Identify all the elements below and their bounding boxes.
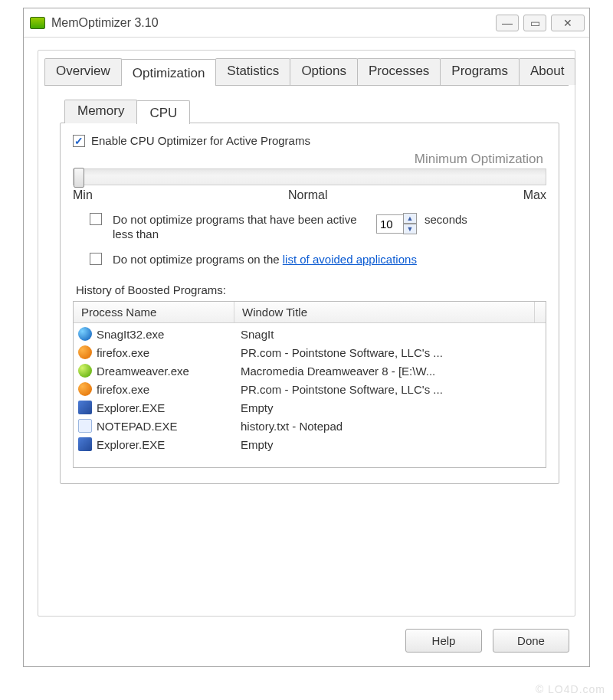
enable-cpu-checkbox[interactable] bbox=[73, 135, 85, 147]
tab-statistics[interactable]: Statistics bbox=[215, 58, 290, 85]
done-button[interactable]: Done bbox=[493, 629, 569, 653]
optimization-level-text: Minimum Optimization bbox=[73, 152, 543, 167]
cpu-panel: Enable CPU Optimizer for Active Programs… bbox=[60, 123, 559, 484]
table-row[interactable]: Explorer.EXEEmpty bbox=[74, 398, 546, 417]
outer-frame: OverviewOptimizationStatisticsOptionsPro… bbox=[38, 50, 575, 617]
window-title-cell: Empty bbox=[241, 438, 541, 451]
sub-tabs: MemoryCPU bbox=[64, 100, 559, 123]
column-window-title[interactable]: Window Title bbox=[234, 302, 535, 322]
history-listview[interactable]: Process Name Window Title SnagIt32.exeSn… bbox=[73, 301, 546, 468]
avoided-list-checkbox[interactable] bbox=[90, 253, 102, 265]
process-name: Dreamweaver.exe bbox=[97, 365, 241, 378]
window-title-cell: SnagIt bbox=[241, 328, 541, 341]
tab-about[interactable]: About bbox=[519, 58, 575, 85]
minimize-button[interactable]: — bbox=[496, 15, 519, 31]
dialog-buttons: Help Done bbox=[38, 629, 569, 653]
slider-min-label: Min bbox=[73, 188, 93, 202]
watermark: © LO4D.com bbox=[536, 683, 605, 695]
window-title-cell: Empty bbox=[241, 401, 541, 414]
help-button[interactable]: Help bbox=[405, 629, 482, 653]
table-row[interactable]: firefox.exePR.com - Pointstone Software,… bbox=[74, 343, 546, 361]
window-title-cell: history.txt - Notepad bbox=[241, 420, 541, 433]
process-name: NOTEPAD.EXE bbox=[97, 420, 241, 433]
slider-labels: Min Normal Max bbox=[73, 188, 546, 202]
table-row[interactable]: firefox.exePR.com - Pointstone Software,… bbox=[74, 380, 546, 398]
table-row[interactable]: Dreamweaver.exeMacromedia Dreamweaver 8 … bbox=[74, 361, 546, 380]
app-window: MemOptimizer 3.10 — ▭ ✕ OverviewOptimiza… bbox=[23, 8, 590, 667]
avoided-applications-link[interactable]: list of avoided applications bbox=[283, 253, 417, 266]
avoided-list-label: Do not optimize programs on the list of … bbox=[113, 253, 417, 267]
process-name: firefox.exe bbox=[97, 383, 241, 396]
active-threshold-row: Do not optimize programs that have been … bbox=[90, 213, 546, 242]
titlebar[interactable]: MemOptimizer 3.10 — ▭ ✕ bbox=[24, 8, 589, 38]
slider-thumb[interactable] bbox=[74, 168, 84, 188]
window-title-cell: PR.com - Pointstone Software, LLC's ... bbox=[241, 383, 541, 396]
process-name: firefox.exe bbox=[97, 346, 241, 359]
window-title-cell: Macromedia Dreamweaver 8 - [E:\W... bbox=[241, 365, 541, 378]
slider-max-label: Max bbox=[523, 188, 546, 202]
column-process-name[interactable]: Process Name bbox=[74, 302, 234, 322]
listview-header[interactable]: Process Name Window Title bbox=[74, 302, 546, 323]
table-row[interactable]: SnagIt32.exeSnagIt bbox=[74, 325, 546, 343]
program-icon bbox=[78, 345, 92, 359]
program-icon bbox=[78, 382, 92, 396]
program-icon bbox=[78, 419, 92, 433]
app-icon bbox=[30, 17, 45, 29]
subtab-memory[interactable]: Memory bbox=[64, 100, 137, 123]
window-title-cell: PR.com - Pointstone Software, LLC's ... bbox=[241, 346, 541, 359]
program-icon bbox=[78, 401, 92, 414]
tab-options[interactable]: Options bbox=[290, 58, 358, 85]
close-button[interactable]: ✕ bbox=[551, 15, 585, 31]
program-icon bbox=[78, 327, 92, 341]
listview-body: SnagIt32.exeSnagItfirefox.exePR.com - Po… bbox=[74, 323, 546, 467]
seconds-unit: seconds bbox=[425, 213, 467, 226]
optimization-slider[interactable] bbox=[73, 168, 546, 185]
process-name: SnagIt32.exe bbox=[97, 328, 241, 341]
avoided-list-row: Do not optimize programs on the list of … bbox=[90, 253, 546, 267]
spinner-down[interactable]: ▼ bbox=[403, 224, 417, 234]
enable-cpu-label: Enable CPU Optimizer for Active Programs bbox=[91, 134, 310, 147]
table-row[interactable]: NOTEPAD.EXEhistory.txt - Notepad bbox=[74, 417, 546, 435]
active-threshold-label: Do not optimize programs that have been … bbox=[113, 213, 366, 242]
enable-cpu-row: Enable CPU Optimizer for Active Programs bbox=[73, 134, 546, 147]
spinner-up[interactable]: ▲ bbox=[403, 213, 417, 224]
main-tabs: OverviewOptimizationStatisticsOptionsPro… bbox=[38, 51, 575, 85]
tab-programs[interactable]: Programs bbox=[440, 58, 520, 85]
window-controls: — ▭ ✕ bbox=[496, 15, 585, 31]
window-title: MemOptimizer 3.10 bbox=[51, 16, 159, 30]
process-name: Explorer.EXE bbox=[97, 401, 241, 414]
process-name: Explorer.EXE bbox=[97, 438, 241, 451]
client-area: OverviewOptimizationStatisticsOptionsPro… bbox=[24, 38, 589, 666]
tab-overview[interactable]: Overview bbox=[44, 58, 122, 85]
optimization-panel: MemoryCPU Enable CPU Optimizer for Activ… bbox=[38, 86, 575, 484]
history-label: History of Boosted Programs: bbox=[76, 283, 546, 296]
table-row[interactable]: Explorer.EXEEmpty bbox=[74, 435, 546, 453]
subtab-cpu[interactable]: CPU bbox=[136, 100, 190, 124]
program-icon bbox=[78, 364, 92, 378]
program-icon bbox=[78, 437, 92, 451]
active-threshold-checkbox[interactable] bbox=[90, 213, 102, 225]
tab-processes[interactable]: Processes bbox=[357, 58, 441, 85]
tab-optimization[interactable]: Optimization bbox=[121, 59, 216, 86]
seconds-spinner: ▲ ▼ bbox=[376, 213, 417, 234]
seconds-input[interactable] bbox=[376, 214, 404, 234]
maximize-button[interactable]: ▭ bbox=[523, 15, 546, 31]
slider-mid-label: Normal bbox=[288, 188, 328, 202]
